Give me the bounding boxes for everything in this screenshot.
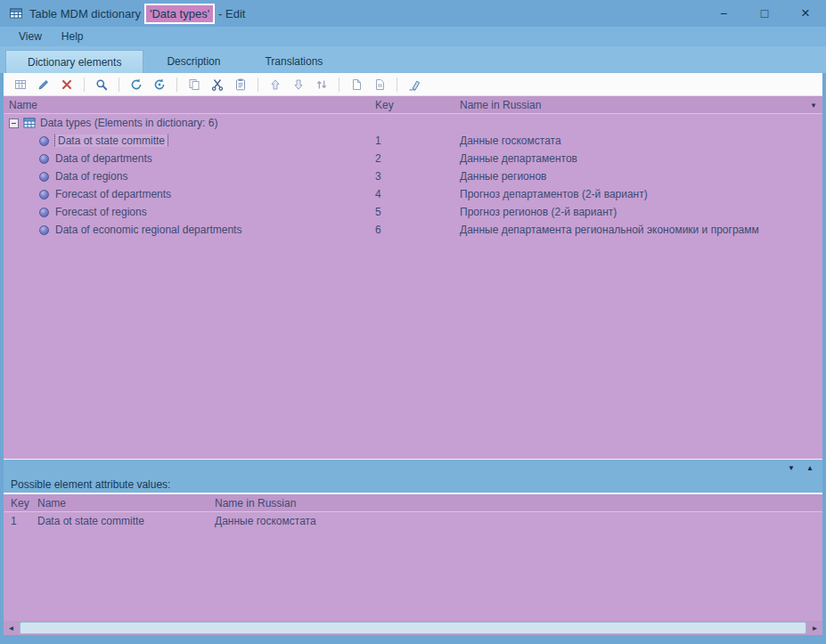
delete-x-icon — [60, 77, 74, 92]
arrow-up-icon — [268, 77, 282, 92]
menu-item-view[interactable]: View — [9, 29, 52, 45]
russian-name-cell: Данные госкомстата — [209, 515, 822, 527]
collapse-panel-button[interactable]: ▼ — [783, 461, 799, 475]
move-down-button[interactable] — [287, 75, 310, 94]
horizontal-scrollbar[interactable]: ◄ ► — [4, 621, 822, 635]
splitter-panel[interactable]: ▼ ▲ Possible element attribute values: — [4, 459, 822, 494]
russian-name-cell: Данные департаментов — [454, 152, 822, 165]
attribute-panel-label: Possible element attribute values: — [4, 477, 822, 494]
maximize-button[interactable]: □ — [744, 0, 785, 27]
name-cell: Forecast of regions — [55, 206, 147, 218]
refresh-all-icon — [152, 77, 167, 92]
column-options-button[interactable]: ▾ — [805, 101, 822, 110]
scissors-icon — [210, 77, 225, 92]
scroll-right-button[interactable]: ► — [807, 621, 822, 635]
name-cell: Data of economic regional departments — [55, 224, 241, 236]
table-row[interactable]: Forecast of regions 5 Прогноз регионов (… — [4, 203, 822, 221]
menu-item-help[interactable]: Help — [52, 29, 94, 45]
clipboard-icon — [233, 77, 248, 92]
column-header-key[interactable]: Key — [4, 497, 30, 509]
table-row[interactable]: 1 Data ot state committe Данные госкомст… — [4, 512, 822, 530]
tab-description[interactable]: Description — [145, 50, 241, 73]
dictionary-elements-table: Name Key Name in Russian ▾ Data types (E… — [4, 96, 822, 459]
scrollbar-thumb[interactable] — [20, 622, 806, 634]
toolbar-separator — [339, 77, 339, 92]
close-button[interactable]: × — [785, 0, 826, 27]
import-button[interactable] — [345, 75, 368, 94]
sort-button[interactable] — [310, 75, 333, 94]
add-icon — [13, 77, 28, 92]
key-cell: 3 — [369, 170, 454, 183]
column-header-name[interactable]: Name — [30, 497, 209, 509]
attribute-table-header: Key Name Name in Russian — [4, 494, 822, 512]
russian-name-cell: Данные регионов — [454, 170, 822, 183]
toolbar-separator — [258, 77, 258, 92]
table-row[interactable]: Data of regions 3 Данные регионов — [4, 167, 822, 185]
arrow-down-icon — [291, 77, 306, 92]
table-row[interactable]: Data of departments 2 Данные департамент… — [4, 150, 822, 167]
delete-button[interactable] — [55, 75, 78, 94]
tree-root-row[interactable]: Data types (Elements in dictionary: 6) — [4, 114, 822, 132]
element-icon — [39, 172, 49, 182]
titlebar: Table MDM dictionary 'Data types' - Edit… — [0, 0, 826, 27]
move-up-button[interactable] — [264, 75, 287, 94]
column-header-name-in-russian[interactable]: Name in Russian — [454, 99, 805, 111]
paste-button[interactable] — [229, 75, 252, 94]
column-header-key[interactable]: Key — [369, 99, 454, 111]
element-icon — [39, 190, 49, 200]
name-cell: Data of departments — [55, 152, 152, 165]
toolbar — [4, 73, 822, 96]
app-window: Table MDM dictionary 'Data types' - Edit… — [0, 0, 826, 644]
scroll-left-button[interactable]: ◄ — [4, 621, 19, 635]
name-cell: Forecast of departments — [55, 188, 171, 200]
splitter-handle[interactable]: ▼ ▲ — [4, 460, 822, 477]
element-icon — [39, 154, 49, 164]
export-button[interactable] — [368, 75, 391, 94]
table-row[interactable]: Data of economic regional departments 6 … — [4, 221, 822, 239]
russian-name-cell: Данные госкомстата — [454, 135, 822, 147]
eraser-icon — [407, 77, 421, 92]
tab-translations[interactable]: Translations — [243, 50, 344, 73]
attribute-values-table: Key Name Name in Russian 1 Data ot state… — [4, 494, 822, 621]
window-controls: − □ × — [703, 0, 826, 27]
table-row[interactable]: Data ot state committe 1 Данные госкомст… — [4, 132, 822, 150]
clear-button[interactable] — [403, 75, 426, 94]
toolbar-separator — [119, 77, 119, 92]
expand-panel-button[interactable]: ▲ — [802, 461, 818, 475]
dictionary-table-icon — [23, 117, 36, 129]
tree-expander[interactable] — [9, 118, 19, 128]
russian-name-cell: Данные департамента региональной экономи… — [454, 224, 822, 236]
toolbar-separator — [84, 77, 85, 92]
name-cell: Data of regions — [55, 170, 127, 183]
copy-button[interactable] — [183, 75, 206, 94]
key-cell: 6 — [369, 224, 454, 236]
column-header-name[interactable]: Name — [4, 99, 369, 111]
search-button[interactable] — [90, 75, 113, 94]
tree-root-label: Data types (Elements in dictionary: 6) — [40, 117, 217, 129]
pencil-icon — [37, 77, 51, 92]
element-icon — [39, 136, 49, 146]
toolbar-separator — [176, 77, 177, 92]
key-cell: 1 — [369, 135, 454, 147]
column-header-name-in-russian[interactable]: Name in Russian — [209, 497, 822, 509]
element-icon — [39, 208, 49, 217]
key-cell: 2 — [369, 152, 454, 165]
tabbar: Dictionary elements Description Translat… — [0, 46, 826, 73]
toolbar-separator — [397, 77, 397, 92]
refresh-button[interactable] — [125, 75, 148, 94]
edit-button[interactable] — [32, 75, 55, 94]
cut-button[interactable] — [206, 75, 229, 94]
app-table-icon — [9, 6, 23, 20]
name-cell: Data ot state committe — [55, 135, 168, 147]
add-button[interactable] — [9, 75, 32, 94]
tab-dictionary-elements[interactable]: Dictionary elements — [5, 50, 143, 73]
key-cell: 1 — [4, 515, 30, 527]
refresh-all-button[interactable] — [148, 75, 171, 94]
minimize-button[interactable]: − — [703, 0, 744, 27]
russian-name-cell: Прогноз регионов (2-й вариант) — [454, 206, 822, 218]
table-row[interactable]: Forecast of departments 4 Прогноз департ… — [4, 185, 822, 203]
name-cell: Data ot state committe — [30, 515, 209, 527]
menubar: View Help — [0, 27, 826, 46]
document-icon — [349, 77, 364, 92]
title-highlight: 'Data types' — [144, 4, 215, 24]
